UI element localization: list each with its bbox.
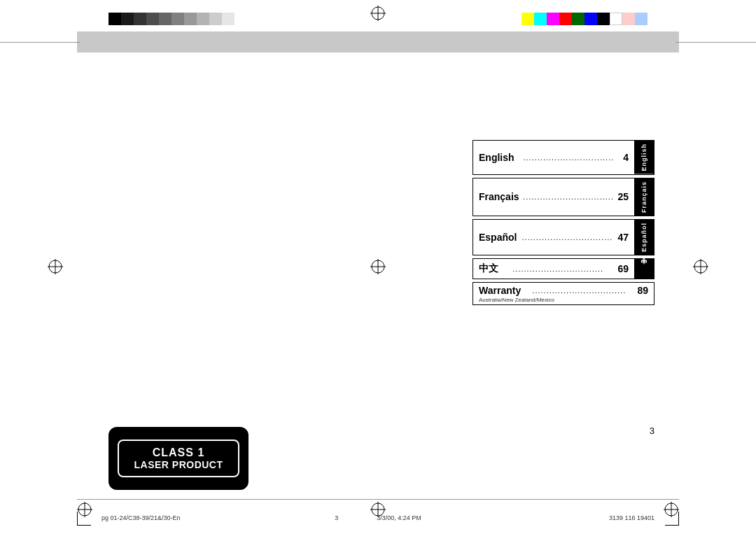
footer-crosshair-right: [664, 502, 679, 520]
toc-tab-espanol: Español: [634, 220, 654, 255]
toc-number-espanol: 47: [617, 232, 629, 243]
crosshair-center: [370, 259, 386, 277]
footer-right-text: 3139 116 19401: [609, 514, 654, 521]
warranty-subtitle: Australia/New Zealand/Mexico: [479, 297, 648, 303]
laser-line2: LASER PRODUCT: [133, 459, 225, 470]
toc-row-francais: Français ...............................…: [472, 178, 654, 216]
toc-row-chinese: 中文 ................................ 69 中…: [472, 258, 654, 279]
toc-label-warranty: Warranty: [479, 285, 521, 296]
toc-row-espanol: Español ................................…: [472, 219, 654, 255]
main-content: English ................................…: [0, 84, 756, 492]
laser-product-box: CLASS 1 LASER PRODUCT: [108, 427, 248, 490]
top-section: [0, 0, 756, 84]
footer-crosshair-left: [77, 502, 92, 520]
toc-dots-francais: ................................: [519, 192, 618, 201]
toc-dots-espanol: ................................: [517, 233, 617, 241]
toc-tab-chinese: 中文: [634, 259, 654, 279]
crosshair-left: [48, 259, 63, 277]
footer-left-text: pg 01-24/C38-39/21&/30-En: [102, 514, 181, 521]
toc-dots-english: ................................: [514, 153, 624, 162]
gray-banner: [77, 31, 679, 52]
page-number: 3: [650, 426, 654, 436]
footer-center-text: 3 3/3/00, 4:24 PM: [335, 514, 421, 521]
toc-dots-warranty: .................................: [521, 286, 637, 295]
toc-label-chinese: 中文: [479, 262, 498, 275]
toc-label-francais: Français: [479, 191, 519, 202]
laser-line1: CLASS 1: [133, 447, 225, 459]
toc-label-english: English: [479, 152, 514, 163]
toc-number-english: 4: [623, 152, 629, 163]
toc-dots-chinese: ................................: [498, 265, 617, 273]
h-line-right: [676, 42, 756, 43]
footer: pg 01-24/C38-39/21&/30-En 3 3/3/00, 4:24…: [0, 492, 756, 534]
toc-number-chinese: 69: [617, 263, 629, 274]
toc-tab-english: English: [634, 141, 654, 174]
toc-row-english: English ................................…: [472, 140, 654, 175]
toc-section: English ................................…: [472, 140, 654, 307]
color-squares-left: [108, 13, 234, 25]
toc-number-warranty: 89: [637, 285, 648, 296]
color-squares-right: [522, 13, 648, 25]
crosshair-right: [693, 259, 708, 277]
toc-row-warranty: Warranty ...............................…: [472, 282, 654, 305]
laser-box-inner: CLASS 1 LASER PRODUCT: [118, 440, 240, 477]
h-line-left: [0, 42, 80, 43]
crosshair-top: [370, 6, 386, 24]
toc-label-espanol: Español: [479, 232, 517, 243]
toc-tab-francais: Français: [634, 178, 654, 216]
toc-number-francais: 25: [617, 191, 629, 202]
footer-line: [77, 499, 679, 500]
